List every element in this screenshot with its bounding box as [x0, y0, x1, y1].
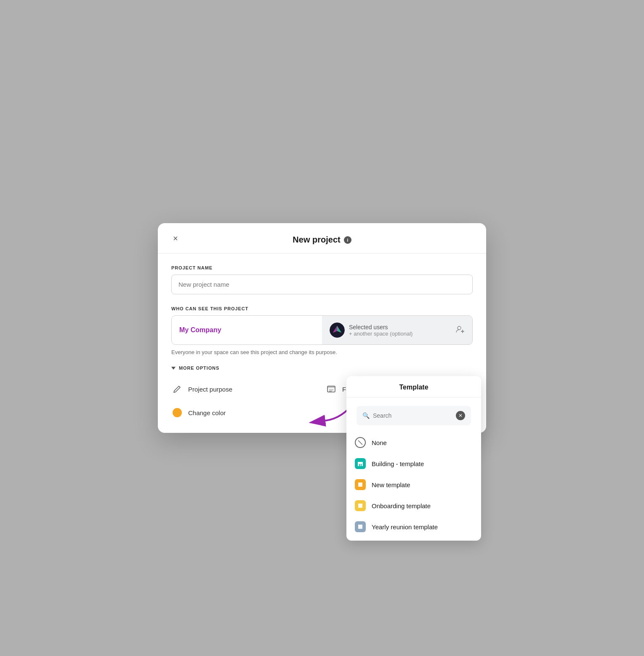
- selected-users-sub: + another space (optional): [349, 331, 451, 337]
- from-template-option[interactable]: From template Template 🔍 ✕: [325, 381, 473, 397]
- project-name-input[interactable]: [171, 275, 473, 294]
- selected-users-option[interactable]: Selected users + another space (optional…: [322, 316, 472, 344]
- company-name: My Company: [179, 326, 221, 334]
- template-search-input[interactable]: [373, 412, 452, 419]
- color-dot: [173, 408, 182, 417]
- modal-title-text: New project: [293, 235, 340, 245]
- new-template-icon: [355, 479, 366, 490]
- svg-rect-9: [361, 464, 362, 466]
- svg-point-1: [458, 326, 461, 330]
- info-icon[interactable]: i: [344, 236, 351, 244]
- modal-title: New project i: [293, 235, 351, 245]
- clear-search-button[interactable]: ✕: [456, 411, 465, 420]
- template-item-new[interactable]: New template: [346, 474, 481, 495]
- more-options-toggle[interactable]: MORE OPTIONS: [171, 365, 473, 371]
- template-item-none-label: None: [372, 439, 387, 446]
- template-dropdown: Template 🔍 ✕: [346, 376, 481, 541]
- change-color-label: Change color: [188, 409, 226, 416]
- search-icon: 🔍: [362, 412, 370, 419]
- template-item-onboarding[interactable]: Onboarding template: [346, 495, 481, 516]
- building-template-icon: [355, 458, 366, 469]
- new-project-modal: × New project i PROJECT NAME WHO CAN SEE…: [158, 223, 486, 433]
- svg-rect-4: [327, 386, 335, 388]
- new-template-label: New template: [372, 481, 410, 488]
- template-search-row: 🔍 ✕: [357, 406, 471, 425]
- selected-users-info: Selected users + another space (optional…: [349, 324, 451, 337]
- modal-header: × New project i: [158, 223, 486, 253]
- modal-body: PROJECT NAME WHO CAN SEE THIS PROJECT My…: [158, 253, 486, 433]
- svg-rect-7: [358, 462, 363, 464]
- visibility-note: Everyone in your space can see this proj…: [171, 349, 473, 355]
- color-icon: [171, 407, 183, 419]
- close-button[interactable]: ×: [170, 232, 181, 245]
- project-purpose-option[interactable]: Project purpose: [171, 381, 319, 397]
- project-purpose-label: Project purpose: [188, 386, 232, 393]
- more-options-label: MORE OPTIONS: [179, 365, 219, 371]
- triangle-icon: [171, 367, 176, 370]
- svg-rect-13: [358, 504, 362, 505]
- template-item-yearly[interactable]: Yearly reunion template: [346, 516, 481, 537]
- visibility-section: WHO CAN SEE THIS PROJECT My Company: [171, 306, 473, 355]
- svg-rect-15: [358, 525, 362, 526]
- company-icon: [330, 323, 345, 338]
- none-icon: [355, 437, 366, 448]
- onboarding-template-label: Onboarding template: [372, 502, 431, 509]
- onboarding-template-icon: [355, 500, 366, 511]
- yearly-template-label: Yearly reunion template: [372, 523, 438, 531]
- visibility-options: My Company Selec: [171, 315, 473, 345]
- template-list: None Building - temp: [346, 429, 481, 541]
- yearly-template-icon: [355, 521, 366, 532]
- svg-rect-8: [359, 464, 360, 466]
- options-grid: Project purpose: [171, 381, 473, 421]
- svg-rect-11: [358, 483, 362, 484]
- visibility-label: WHO CAN SEE THIS PROJECT: [171, 306, 473, 311]
- change-color-option[interactable]: Change color: [171, 404, 319, 421]
- svg-line-5: [358, 440, 362, 445]
- template-item-none[interactable]: None: [346, 432, 481, 453]
- template-icon: [325, 383, 337, 395]
- selected-users-title: Selected users: [349, 324, 451, 331]
- add-user-icon[interactable]: [455, 325, 465, 336]
- pencil-icon: [171, 383, 183, 395]
- building-template-label: Building - template: [372, 460, 424, 467]
- template-item-building[interactable]: Building - template: [346, 453, 481, 474]
- company-option[interactable]: My Company: [172, 316, 322, 344]
- project-name-label: PROJECT NAME: [171, 265, 473, 270]
- template-dropdown-title: Template: [346, 376, 481, 397]
